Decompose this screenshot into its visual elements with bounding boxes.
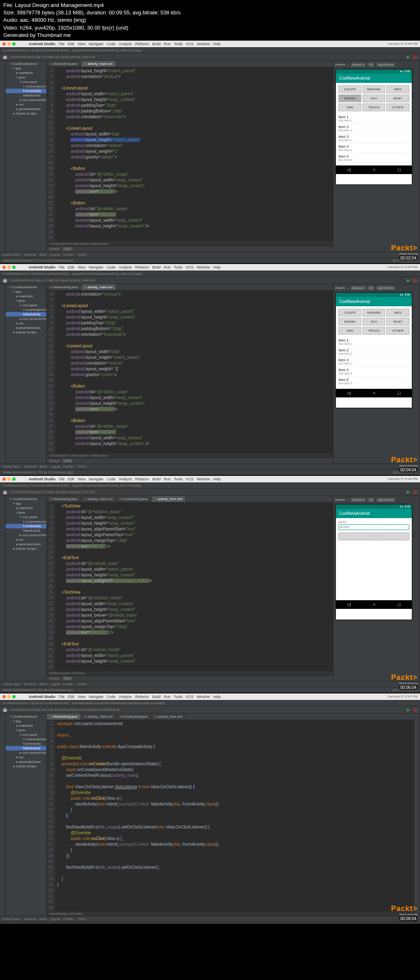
- system-clock: Tue Nov 27 8:40 PM: [388, 42, 418, 46]
- project-tree[interactable]: ▾ CoolNewAndroid ▾ app ▸ manifests ▾ jav…: [6, 284, 47, 464]
- phone-nav-bar: ◁○□: [336, 165, 412, 174]
- list-item[interactable]: Item 1Sub Item 1: [338, 114, 409, 124]
- tree-app: ▾ app: [6, 66, 46, 71]
- tree-main-activity: MainActivity: [6, 93, 46, 98]
- menu-bar: Android Studio File Edit View Navigate C…: [0, 41, 420, 47]
- app-menu[interactable]: Android Studio: [29, 42, 55, 46]
- phone-status-bar: ▾▴8:00: [336, 69, 412, 73]
- btn-truck[interactable]: TRUCK: [363, 103, 386, 111]
- btn-minivan[interactable]: MINIVAN: [363, 85, 386, 93]
- tree-gradle: ▸ Gradle Scripts: [6, 111, 46, 116]
- element-breadcrumb[interactable]: LinearLayout LinearLayout LinearLayout: [47, 241, 333, 246]
- design-text-toggle: Design Text: [47, 246, 333, 252]
- tree-pkg2: ▾ coolnewandroid: [6, 84, 46, 89]
- left-tool-strip[interactable]: [0, 61, 6, 252]
- menu-tools[interactable]: Tools: [174, 42, 183, 46]
- thumbnail-metadata: File: Layout Design and Management.mp4 S…: [0, 0, 420, 41]
- crumb-path[interactable]: CoolNewAndroid app src main res layout a…: [10, 55, 95, 59]
- btn-other[interactable]: OTHER: [386, 103, 409, 111]
- palette-label[interactable]: Palette: [335, 63, 345, 67]
- tree-pkg: ▾ com.packt: [6, 80, 46, 84]
- menu-window[interactable]: Window: [197, 42, 210, 46]
- meta-size: Size: 39979778 bytes (38.13 MiB), durati…: [3, 9, 417, 16]
- btn-boat[interactable]: BOAT: [386, 94, 409, 102]
- btn-suv[interactable]: SUV: [363, 94, 386, 102]
- tree-res: ▸ res: [6, 102, 46, 107]
- list-item[interactable]: Item 1Sub Item 1: [338, 337, 409, 347]
- editor-tabs: ●MainActivity.java ●activity_main.xml: [47, 61, 333, 67]
- list-item[interactable]: Item 5Sub Item 5: [338, 153, 409, 163]
- device-frame: ▾▴8:00 CoolNewAndroid COUPE MINIVAN BIKE…: [335, 69, 413, 185]
- menu-file[interactable]: File: [59, 42, 65, 46]
- menu-code[interactable]: Code: [107, 42, 116, 46]
- menu-refactor[interactable]: Refactor: [135, 42, 149, 46]
- design-tab[interactable]: Design: [49, 247, 59, 251]
- list-item[interactable]: Item 4Sub Item 4: [338, 367, 409, 376]
- api-selector[interactable]: 28: [368, 62, 374, 67]
- tree-form-activity: FormActivity: [6, 89, 46, 93]
- screenshot-3: Android Studio FileEditViewNavigateCodeA…: [0, 476, 420, 693]
- main-toolbar: 🤖 CoolNewAndroid app src main res layout…: [0, 53, 420, 61]
- list-item[interactable]: Item 3Sub Item 3: [338, 357, 409, 367]
- status-bar: Gradle build finished in 779 ms (18 minu…: [0, 257, 420, 263]
- gradle-status: Gradle build finished in 779 ms (18 minu…: [2, 259, 73, 262]
- make-label: MAKE:: [338, 521, 409, 523]
- debug-button[interactable]: 🐞: [413, 55, 418, 59]
- tree-root: ▾ CoolNewAndroid: [6, 62, 46, 66]
- btn-van[interactable]: VAN: [338, 103, 361, 111]
- button-grid: COUPE MINIVAN BIKE SEDAN SUV BOAT VAN TR…: [338, 85, 409, 111]
- menu-analyze[interactable]: Analyze: [119, 42, 132, 46]
- device-selector[interactable]: Nexus 4: [350, 62, 365, 67]
- breadcrumb: CoolNewAndroid [~/Source/CoolNewAndroid]…: [0, 47, 420, 53]
- menu-run[interactable]: Run: [164, 42, 171, 46]
- tab-main-java[interactable]: ●MainActivity.java: [47, 61, 81, 67]
- meta-generator: Generated by Thumbnail me: [3, 32, 417, 39]
- screenshot-4: Android Studio FileEditViewNavigateCodeA…: [0, 693, 420, 924]
- meta-file: File: Layout Design and Management.mp4: [3, 2, 417, 9]
- list-item[interactable]: Item 3Sub Item 3: [338, 133, 409, 143]
- btn-coupe[interactable]: COUPE: [338, 85, 361, 93]
- tree-gen: ▸ generatedJava: [6, 107, 46, 111]
- menu-build[interactable]: Build: [152, 42, 160, 46]
- layout-preview: Palette– Nexus 4 28 AppTheme ▾▴8:00 Cool…: [333, 61, 414, 252]
- code-editor[interactable]: 2345678910111213141516171819202122232425…: [47, 67, 333, 241]
- tree-tests: ▸ com (androidTest): [6, 98, 46, 102]
- packt-logo: Packt>always learning: [391, 244, 418, 255]
- run-button[interactable]: ▶: [407, 55, 410, 59]
- list-item[interactable]: Item 5Sub Item 5: [338, 376, 409, 386]
- menu-help[interactable]: Help: [213, 42, 221, 46]
- tab-main-xml[interactable]: ●activity_main.xml: [81, 61, 116, 67]
- list-item[interactable]: Item 2Sub Item 2: [338, 124, 409, 133]
- bottom-tool-tabs: Gradle Sync Terminal Build Logcat Profil…: [0, 252, 420, 257]
- back-icon: ◁: [347, 167, 350, 172]
- code-content[interactable]: android:layout_height="match_parent" and…: [55, 67, 333, 241]
- screenshot-2: Android Studio FileEditViewNavigateCodeA…: [0, 264, 420, 475]
- timestamp: 00:02:04: [399, 255, 418, 261]
- theme-selector[interactable]: AppTheme: [376, 62, 395, 67]
- phone-app-bar: CoolNewAndroid: [336, 73, 412, 83]
- make-input[interactable]: [338, 524, 409, 530]
- recents-icon: □: [398, 167, 401, 172]
- text-tab[interactable]: Text: [63, 247, 72, 251]
- meta-audio: Audio: aac, 48000 Hz, stereo (eng): [3, 16, 417, 24]
- btn-bike[interactable]: BIKE: [386, 85, 409, 93]
- line-gutter: 2345678910111213141516171819202122232425…: [47, 67, 55, 241]
- menu-view[interactable]: View: [78, 42, 85, 46]
- project-tree[interactable]: ▾ CoolNewAndroid ▾ app ▸ manifests ▾ jav…: [6, 61, 47, 252]
- android-icon: 🤖: [2, 55, 7, 59]
- right-tool-strip[interactable]: [414, 61, 420, 252]
- tree-java: ▾ java: [6, 75, 46, 80]
- list-item[interactable]: Item 2Sub Item 2: [338, 347, 409, 357]
- home-icon: ○: [373, 167, 376, 172]
- window-controls[interactable]: [2, 42, 16, 46]
- menu-navigate[interactable]: Navigate: [89, 42, 103, 46]
- tree-manifests: ▸ manifests: [6, 71, 46, 75]
- save-button[interactable]: SAVE: [338, 532, 409, 540]
- menu-vcs[interactable]: VCS: [186, 42, 194, 46]
- btn-sedan[interactable]: SEDAN: [338, 94, 361, 102]
- screenshot-1: Android Studio File Edit View Navigate C…: [0, 41, 420, 263]
- menu-edit[interactable]: Edit: [68, 42, 75, 46]
- list-item[interactable]: Item 4Sub Item 4: [338, 143, 409, 153]
- meta-video: Video: h264, yuv420p, 1920x1080, 30.00 f…: [3, 24, 417, 32]
